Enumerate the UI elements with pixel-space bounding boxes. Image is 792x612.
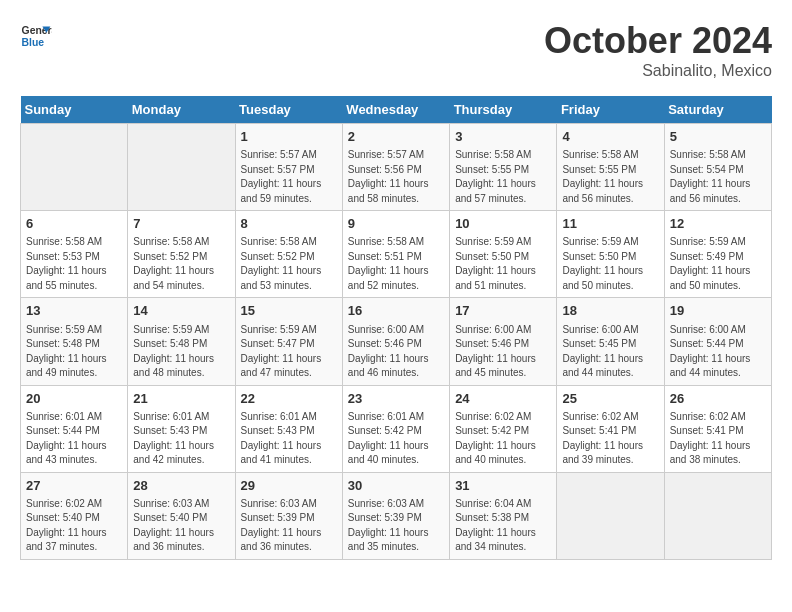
calendar-cell: 8Sunrise: 5:58 AM Sunset: 5:52 PM Daylig… (235, 211, 342, 298)
calendar-cell: 15Sunrise: 5:59 AM Sunset: 5:47 PM Dayli… (235, 298, 342, 385)
calendar-cell (128, 124, 235, 211)
day-info: Sunrise: 5:59 AM Sunset: 5:50 PM Dayligh… (455, 235, 551, 293)
calendar-table: SundayMondayTuesdayWednesdayThursdayFrid… (20, 96, 772, 560)
calendar-week-4: 20Sunrise: 6:01 AM Sunset: 5:44 PM Dayli… (21, 385, 772, 472)
day-info: Sunrise: 5:59 AM Sunset: 5:50 PM Dayligh… (562, 235, 658, 293)
day-number: 29 (241, 477, 337, 495)
calendar-header-row: SundayMondayTuesdayWednesdayThursdayFrid… (21, 96, 772, 124)
day-number: 5 (670, 128, 766, 146)
calendar-cell: 27Sunrise: 6:02 AM Sunset: 5:40 PM Dayli… (21, 472, 128, 559)
calendar-cell: 22Sunrise: 6:01 AM Sunset: 5:43 PM Dayli… (235, 385, 342, 472)
calendar-cell: 26Sunrise: 6:02 AM Sunset: 5:41 PM Dayli… (664, 385, 771, 472)
calendar-cell: 20Sunrise: 6:01 AM Sunset: 5:44 PM Dayli… (21, 385, 128, 472)
calendar-cell: 19Sunrise: 6:00 AM Sunset: 5:44 PM Dayli… (664, 298, 771, 385)
day-info: Sunrise: 5:59 AM Sunset: 5:48 PM Dayligh… (133, 323, 229, 381)
day-number: 7 (133, 215, 229, 233)
calendar-cell: 31Sunrise: 6:04 AM Sunset: 5:38 PM Dayli… (450, 472, 557, 559)
header-cell-saturday: Saturday (664, 96, 771, 124)
calendar-cell: 3Sunrise: 5:58 AM Sunset: 5:55 PM Daylig… (450, 124, 557, 211)
day-info: Sunrise: 6:00 AM Sunset: 5:46 PM Dayligh… (348, 323, 444, 381)
day-info: Sunrise: 6:02 AM Sunset: 5:41 PM Dayligh… (562, 410, 658, 468)
calendar-cell: 10Sunrise: 5:59 AM Sunset: 5:50 PM Dayli… (450, 211, 557, 298)
day-number: 11 (562, 215, 658, 233)
calendar-cell: 17Sunrise: 6:00 AM Sunset: 5:46 PM Dayli… (450, 298, 557, 385)
day-info: Sunrise: 5:57 AM Sunset: 5:56 PM Dayligh… (348, 148, 444, 206)
calendar-week-1: 1Sunrise: 5:57 AM Sunset: 5:57 PM Daylig… (21, 124, 772, 211)
day-number: 6 (26, 215, 122, 233)
day-number: 30 (348, 477, 444, 495)
day-info: Sunrise: 6:02 AM Sunset: 5:40 PM Dayligh… (26, 497, 122, 555)
day-info: Sunrise: 5:59 AM Sunset: 5:47 PM Dayligh… (241, 323, 337, 381)
calendar-cell (664, 472, 771, 559)
header-cell-thursday: Thursday (450, 96, 557, 124)
day-number: 3 (455, 128, 551, 146)
day-number: 10 (455, 215, 551, 233)
calendar-cell: 12Sunrise: 5:59 AM Sunset: 5:49 PM Dayli… (664, 211, 771, 298)
calendar-cell: 7Sunrise: 5:58 AM Sunset: 5:52 PM Daylig… (128, 211, 235, 298)
day-number: 20 (26, 390, 122, 408)
day-info: Sunrise: 6:02 AM Sunset: 5:41 PM Dayligh… (670, 410, 766, 468)
day-info: Sunrise: 6:01 AM Sunset: 5:44 PM Dayligh… (26, 410, 122, 468)
calendar-cell: 16Sunrise: 6:00 AM Sunset: 5:46 PM Dayli… (342, 298, 449, 385)
day-info: Sunrise: 6:01 AM Sunset: 5:43 PM Dayligh… (133, 410, 229, 468)
day-info: Sunrise: 6:00 AM Sunset: 5:46 PM Dayligh… (455, 323, 551, 381)
day-number: 19 (670, 302, 766, 320)
day-info: Sunrise: 5:57 AM Sunset: 5:57 PM Dayligh… (241, 148, 337, 206)
day-info: Sunrise: 6:00 AM Sunset: 5:45 PM Dayligh… (562, 323, 658, 381)
day-number: 26 (670, 390, 766, 408)
day-number: 28 (133, 477, 229, 495)
page-header: General Blue October 2024 Sabinalito, Me… (20, 20, 772, 80)
day-number: 23 (348, 390, 444, 408)
day-info: Sunrise: 6:03 AM Sunset: 5:39 PM Dayligh… (241, 497, 337, 555)
day-number: 31 (455, 477, 551, 495)
calendar-cell: 21Sunrise: 6:01 AM Sunset: 5:43 PM Dayli… (128, 385, 235, 472)
day-info: Sunrise: 5:58 AM Sunset: 5:55 PM Dayligh… (562, 148, 658, 206)
day-number: 12 (670, 215, 766, 233)
day-number: 16 (348, 302, 444, 320)
calendar-cell: 1Sunrise: 5:57 AM Sunset: 5:57 PM Daylig… (235, 124, 342, 211)
calendar-cell: 29Sunrise: 6:03 AM Sunset: 5:39 PM Dayli… (235, 472, 342, 559)
calendar-week-3: 13Sunrise: 5:59 AM Sunset: 5:48 PM Dayli… (21, 298, 772, 385)
header-cell-wednesday: Wednesday (342, 96, 449, 124)
month-title: October 2024 (544, 20, 772, 62)
calendar-cell: 13Sunrise: 5:59 AM Sunset: 5:48 PM Dayli… (21, 298, 128, 385)
day-number: 27 (26, 477, 122, 495)
day-number: 22 (241, 390, 337, 408)
calendar-cell: 30Sunrise: 6:03 AM Sunset: 5:39 PM Dayli… (342, 472, 449, 559)
logo-icon: General Blue (20, 20, 52, 52)
day-info: Sunrise: 6:02 AM Sunset: 5:42 PM Dayligh… (455, 410, 551, 468)
day-number: 25 (562, 390, 658, 408)
day-info: Sunrise: 6:03 AM Sunset: 5:40 PM Dayligh… (133, 497, 229, 555)
calendar-cell: 14Sunrise: 5:59 AM Sunset: 5:48 PM Dayli… (128, 298, 235, 385)
calendar-cell: 18Sunrise: 6:00 AM Sunset: 5:45 PM Dayli… (557, 298, 664, 385)
day-number: 21 (133, 390, 229, 408)
calendar-cell: 23Sunrise: 6:01 AM Sunset: 5:42 PM Dayli… (342, 385, 449, 472)
calendar-cell (21, 124, 128, 211)
calendar-cell: 6Sunrise: 5:58 AM Sunset: 5:53 PM Daylig… (21, 211, 128, 298)
calendar-cell: 9Sunrise: 5:58 AM Sunset: 5:51 PM Daylig… (342, 211, 449, 298)
title-block: October 2024 Sabinalito, Mexico (544, 20, 772, 80)
calendar-cell: 2Sunrise: 5:57 AM Sunset: 5:56 PM Daylig… (342, 124, 449, 211)
calendar-week-5: 27Sunrise: 6:02 AM Sunset: 5:40 PM Dayli… (21, 472, 772, 559)
header-cell-friday: Friday (557, 96, 664, 124)
calendar-week-2: 6Sunrise: 5:58 AM Sunset: 5:53 PM Daylig… (21, 211, 772, 298)
day-info: Sunrise: 5:58 AM Sunset: 5:52 PM Dayligh… (133, 235, 229, 293)
day-number: 14 (133, 302, 229, 320)
day-info: Sunrise: 6:00 AM Sunset: 5:44 PM Dayligh… (670, 323, 766, 381)
day-number: 4 (562, 128, 658, 146)
day-info: Sunrise: 5:59 AM Sunset: 5:48 PM Dayligh… (26, 323, 122, 381)
day-number: 17 (455, 302, 551, 320)
day-number: 15 (241, 302, 337, 320)
day-number: 1 (241, 128, 337, 146)
logo: General Blue (20, 20, 52, 52)
day-info: Sunrise: 5:58 AM Sunset: 5:51 PM Dayligh… (348, 235, 444, 293)
calendar-body: 1Sunrise: 5:57 AM Sunset: 5:57 PM Daylig… (21, 124, 772, 560)
day-number: 13 (26, 302, 122, 320)
calendar-cell: 11Sunrise: 5:59 AM Sunset: 5:50 PM Dayli… (557, 211, 664, 298)
location-subtitle: Sabinalito, Mexico (544, 62, 772, 80)
header-cell-monday: Monday (128, 96, 235, 124)
calendar-cell: 25Sunrise: 6:02 AM Sunset: 5:41 PM Dayli… (557, 385, 664, 472)
svg-text:Blue: Blue (22, 37, 45, 48)
day-info: Sunrise: 5:58 AM Sunset: 5:54 PM Dayligh… (670, 148, 766, 206)
calendar-cell: 24Sunrise: 6:02 AM Sunset: 5:42 PM Dayli… (450, 385, 557, 472)
